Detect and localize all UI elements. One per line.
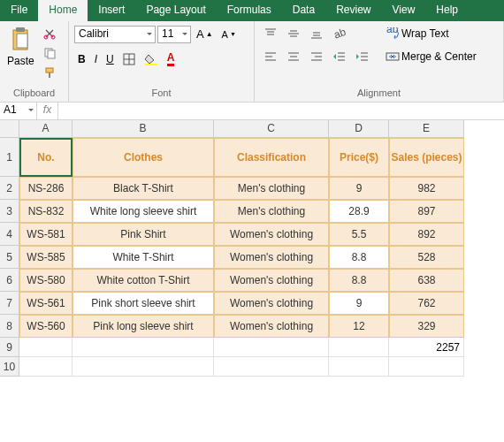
align-bottom-button[interactable]: [306, 25, 327, 42]
header-cell[interactable]: Classification: [214, 138, 329, 177]
header-cell[interactable]: Price($): [329, 138, 389, 177]
table-cell[interactable]: Pink long sleeve shirt: [73, 315, 214, 338]
increase-indent-button[interactable]: [352, 48, 373, 65]
table-cell[interactable]: 12: [329, 315, 389, 338]
table-cell[interactable]: 329: [389, 315, 464, 338]
table-cell[interactable]: Men's clothing: [214, 177, 329, 200]
fill-color-button[interactable]: [141, 50, 162, 68]
table-cell[interactable]: 5.5: [329, 223, 389, 246]
col-header-C[interactable]: C: [214, 120, 329, 138]
row-header-4[interactable]: 4: [0, 223, 19, 246]
table-cell[interactable]: White cotton T-Shirt: [73, 269, 214, 292]
menu-home[interactable]: Home: [38, 0, 88, 21]
formula-input[interactable]: [58, 103, 504, 119]
table-cell[interactable]: 28.9: [329, 200, 389, 223]
table-cell[interactable]: Pink Shirt: [73, 223, 214, 246]
row-header-5[interactable]: 5: [0, 246, 19, 269]
table-cell[interactable]: 8.8: [329, 246, 389, 269]
row-header-1[interactable]: 1: [0, 138, 19, 177]
orientation-button[interactable]: ab: [329, 25, 350, 42]
row-header-8[interactable]: 8: [0, 315, 19, 338]
menu-formulas[interactable]: Formulas: [217, 0, 282, 21]
font-size-select[interactable]: 11: [157, 26, 191, 43]
underline-button[interactable]: U: [103, 50, 118, 68]
table-cell[interactable]: Women's clothing: [214, 269, 329, 292]
row-header-6[interactable]: 6: [0, 269, 19, 292]
cell[interactable]: [73, 338, 214, 357]
menu-page-layout[interactable]: Page Layout: [135, 0, 216, 21]
row-header-7[interactable]: 7: [0, 292, 19, 315]
header-cell[interactable]: Sales (pieces): [389, 138, 464, 177]
table-cell[interactable]: 892: [389, 223, 464, 246]
row-header-3[interactable]: 3: [0, 200, 19, 223]
table-cell[interactable]: WS-581: [19, 223, 73, 246]
table-cell[interactable]: NS-286: [19, 177, 73, 200]
cell[interactable]: [214, 357, 329, 377]
col-header-E[interactable]: E: [389, 120, 464, 138]
cell[interactable]: [19, 357, 73, 377]
table-cell[interactable]: 897: [389, 200, 464, 223]
table-cell[interactable]: Women's clothing: [214, 246, 329, 269]
wrap-text-button[interactable]: abWrap Text: [382, 25, 480, 42]
table-cell[interactable]: WS-585: [19, 246, 73, 269]
col-header-B[interactable]: B: [73, 120, 214, 138]
table-cell[interactable]: White T-Shirt: [73, 246, 214, 269]
table-cell[interactable]: Women's clothing: [214, 223, 329, 246]
menu-data[interactable]: Data: [282, 0, 325, 21]
fx-button[interactable]: fx: [37, 103, 58, 119]
align-middle-button[interactable]: [283, 25, 304, 42]
menu-file[interactable]: File: [0, 0, 38, 21]
table-cell[interactable]: 9: [329, 177, 389, 200]
font-color-button[interactable]: A: [164, 49, 179, 69]
copy-button[interactable]: [40, 44, 59, 62]
merge-center-button[interactable]: Merge & Center: [382, 48, 480, 65]
table-cell[interactable]: 9: [329, 292, 389, 315]
table-cell[interactable]: 8.8: [329, 269, 389, 292]
table-cell[interactable]: Pink short sleeve shirt: [73, 292, 214, 315]
table-cell[interactable]: 762: [389, 292, 464, 315]
paste-button[interactable]: Paste: [5, 25, 36, 69]
name-box[interactable]: A1: [0, 103, 37, 119]
table-cell[interactable]: Women's clothing: [214, 315, 329, 338]
font-name-select[interactable]: Calibri: [74, 26, 156, 43]
cell[interactable]: [329, 338, 389, 357]
row-header-10[interactable]: 10: [0, 357, 19, 377]
cell[interactable]: [73, 357, 214, 377]
table-cell[interactable]: WS-580: [19, 269, 73, 292]
format-painter-button[interactable]: [40, 64, 59, 81]
cell[interactable]: 2257: [389, 338, 464, 357]
cell[interactable]: [214, 338, 329, 357]
italic-button[interactable]: I: [91, 50, 101, 68]
table-cell[interactable]: 638: [389, 269, 464, 292]
menu-review[interactable]: Review: [325, 0, 381, 21]
table-cell[interactable]: Women's clothing: [214, 292, 329, 315]
table-cell[interactable]: Black T-Shirt: [73, 177, 214, 200]
row-header-9[interactable]: 9: [0, 338, 19, 357]
align-left-button[interactable]: [260, 48, 281, 65]
table-cell[interactable]: WS-560: [19, 315, 73, 338]
cell[interactable]: [19, 338, 73, 357]
bold-button[interactable]: B: [74, 50, 89, 68]
col-header-D[interactable]: D: [329, 120, 389, 138]
select-all-corner[interactable]: [0, 120, 19, 138]
cell[interactable]: [389, 357, 464, 377]
increase-font-button[interactable]: A▲: [193, 25, 217, 43]
menu-insert[interactable]: Insert: [88, 0, 135, 21]
table-cell[interactable]: Men's clothing: [214, 200, 329, 223]
row-header-2[interactable]: 2: [0, 177, 19, 200]
table-cell[interactable]: WS-561: [19, 292, 73, 315]
header-cell[interactable]: Clothes: [73, 138, 214, 177]
align-right-button[interactable]: [306, 48, 327, 65]
decrease-font-button[interactable]: A▼: [218, 27, 240, 42]
cut-button[interactable]: [40, 25, 59, 42]
table-cell[interactable]: 528: [389, 246, 464, 269]
align-top-button[interactable]: [260, 25, 281, 42]
table-cell[interactable]: NS-832: [19, 200, 73, 223]
menu-help[interactable]: Help: [425, 0, 469, 21]
cell[interactable]: [329, 357, 389, 377]
table-cell[interactable]: White long sleeve shirt: [73, 200, 214, 223]
decrease-indent-button[interactable]: [329, 48, 350, 65]
align-center-button[interactable]: [283, 48, 304, 65]
border-button[interactable]: [119, 50, 139, 68]
col-header-A[interactable]: A: [19, 120, 73, 138]
